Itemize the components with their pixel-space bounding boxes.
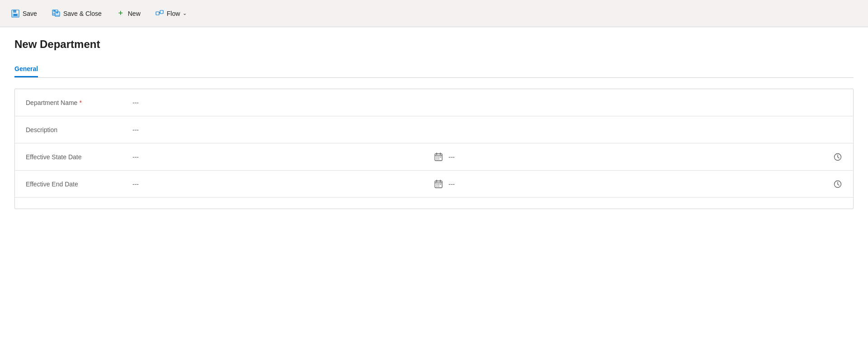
effective-state-date-time-value[interactable]: --- (448, 153, 455, 161)
department-name-label: Department Name * (26, 99, 125, 106)
effective-state-date-label: Effective State Date (26, 153, 125, 161)
svg-rect-11 (160, 10, 163, 14)
svg-rect-30 (438, 184, 439, 185)
calendar-icon-state[interactable] (434, 152, 443, 162)
svg-line-24 (838, 157, 839, 158)
clock-icon-state[interactable] (833, 152, 842, 162)
save-icon (11, 9, 20, 18)
calendar-icon-end[interactable] (434, 180, 443, 189)
svg-line-36 (838, 184, 839, 186)
svg-rect-8 (56, 12, 58, 14)
svg-rect-33 (438, 186, 439, 187)
description-label: Description (26, 126, 125, 133)
svg-rect-9 (56, 14, 59, 16)
effective-end-date-label: Effective End Date (26, 181, 125, 188)
form-row-effective-state-date: Effective State Date --- (15, 143, 853, 171)
save-button[interactable]: Save (4, 0, 44, 27)
tab-general[interactable]: General (14, 62, 38, 77)
save-close-button[interactable]: Save & Close (44, 0, 109, 27)
effective-state-date-value[interactable]: --- (125, 153, 434, 161)
svg-rect-20 (436, 158, 438, 160)
effective-end-date-right: --- (434, 180, 842, 189)
svg-rect-32 (436, 186, 438, 187)
effective-end-date-value[interactable]: --- (125, 181, 434, 188)
effective-end-date-time-value[interactable]: --- (448, 181, 455, 188)
page-title: New Department (14, 38, 854, 51)
new-button[interactable]: + New (109, 0, 148, 27)
flow-icon (155, 9, 164, 18)
flow-button[interactable]: Flow ⌄ (148, 0, 194, 27)
form-row-department-name: Department Name * --- (15, 89, 853, 116)
form-bottom-spacer (15, 198, 853, 209)
svg-rect-31 (440, 184, 441, 185)
tabs: General (14, 62, 854, 78)
svg-rect-3 (14, 14, 17, 16)
clock-icon-end[interactable] (833, 180, 842, 189)
svg-rect-29 (436, 184, 438, 185)
required-indicator: * (79, 99, 81, 106)
form-row-effective-end-date: Effective End Date --- (15, 171, 853, 198)
effective-end-date-left: Effective End Date --- (26, 181, 434, 188)
department-name-value[interactable]: --- (125, 99, 842, 106)
svg-rect-10 (156, 12, 159, 15)
save-close-icon (52, 9, 61, 18)
save-close-label: Save & Close (63, 10, 102, 17)
svg-rect-5 (53, 10, 56, 12)
form-container: Department Name * --- Description --- Ef… (14, 89, 854, 209)
page-content: New Department General Department Name *… (0, 27, 868, 220)
svg-rect-17 (436, 157, 438, 158)
description-value[interactable]: --- (125, 126, 842, 133)
new-icon: + (116, 9, 125, 18)
effective-state-date-left: Effective State Date --- (26, 153, 434, 161)
save-label: Save (23, 10, 37, 17)
svg-rect-1 (13, 10, 16, 13)
effective-state-date-right: --- (434, 152, 842, 162)
toolbar: Save Save & Close + New Flow ⌄ (0, 0, 868, 27)
new-label: New (128, 10, 141, 17)
svg-rect-19 (440, 157, 441, 158)
svg-rect-21 (438, 158, 439, 160)
chevron-down-icon: ⌄ (183, 10, 187, 16)
svg-rect-18 (438, 157, 439, 158)
flow-label: Flow (167, 10, 180, 17)
form-row-description: Description --- (15, 116, 853, 143)
